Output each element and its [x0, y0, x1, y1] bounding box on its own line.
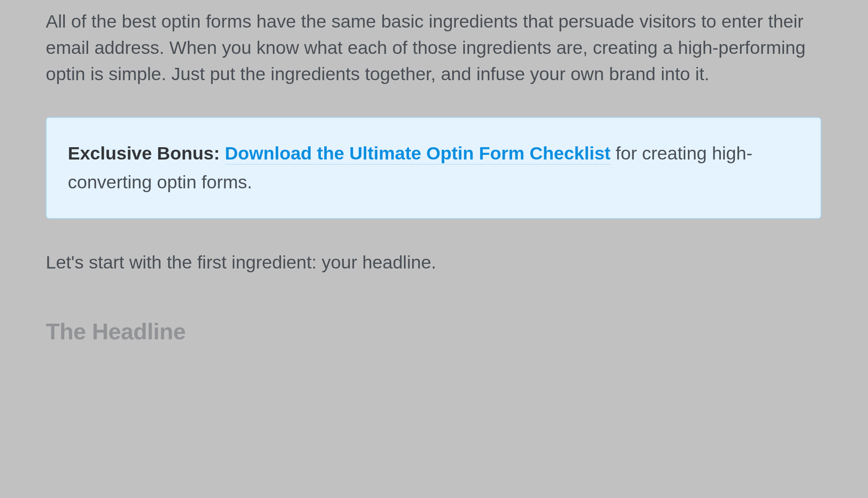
download-checklist-link[interactable]: Download the Ultimate Optin Form Checkli… [225, 143, 610, 165]
section-heading: The Headline [46, 318, 821, 344]
transition-paragraph: Let's start with the first ingredient: y… [46, 249, 821, 276]
callout-box: Exclusive Bonus: Download the Ultimate O… [46, 117, 821, 219]
callout-content: Exclusive Bonus: Download the Ultimate O… [68, 139, 799, 197]
article-content: All of the best optin forms have the sam… [0, 0, 868, 344]
intro-paragraph: All of the best optin forms have the sam… [46, 8, 821, 87]
callout-bold-prefix: Exclusive Bonus: [68, 143, 225, 163]
